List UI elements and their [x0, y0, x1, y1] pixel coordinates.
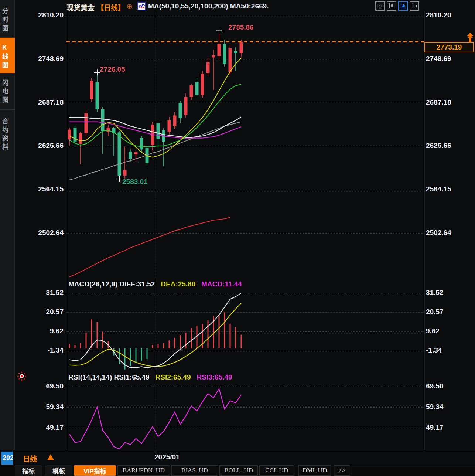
right-axis-tick-label: 49.17	[426, 424, 444, 432]
right-axis-tick-label: 2564.15	[426, 185, 451, 193]
left-axis-tick-label: 31.52	[21, 289, 64, 297]
sidebar-item-contract-info[interactable]: 合约资料	[0, 111, 15, 159]
tab-more[interactable]: >>	[334, 465, 350, 476]
right-axis-tick-label: 20.57	[426, 308, 444, 316]
tab-templates[interactable]: 模板	[45, 465, 72, 476]
high-price-label-2785: 2785.86	[228, 23, 254, 31]
left-axis-tick-label: 49.17	[21, 424, 64, 432]
left-axis-tick-label: 9.62	[21, 327, 64, 335]
high-price-label-2726: 2726.05	[100, 65, 125, 74]
axis-scale-icon	[388, 3, 395, 9]
axis-auto-button[interactable]	[398, 1, 408, 11]
tab-boll-ud[interactable]: BOLL_UD	[219, 465, 258, 476]
right-axis-tick-label: 2810.20	[426, 11, 451, 19]
right-axis-tick-label: 59.34	[426, 403, 444, 411]
date-axis-strip: 202 日线 2025/01	[0, 450, 475, 465]
rsi1-label: RSI(14,14,14) RSI1:65.49	[68, 373, 150, 381]
ma-legend: MA(50,10,55,20,100,200) MA50:2669.	[148, 2, 269, 10]
rsi2-label: RSI2:65.49	[156, 373, 191, 381]
left-axis-tick-label: 2625.66	[21, 142, 64, 150]
rsi3-label: RSI3:65.49	[197, 373, 232, 381]
tab-barupdn-ud[interactable]: BARUPDN_UD	[117, 465, 170, 476]
bar-shift-button[interactable]	[410, 1, 419, 11]
right-axis-tick-label: 2502.64	[426, 229, 451, 237]
plot-right-border	[424, 11, 425, 450]
macd-dea-label: DEA:25.80	[161, 280, 195, 288]
pan-crosshair-icon	[377, 3, 383, 9]
page-number-box[interactable]: 202	[1, 452, 13, 465]
macd-diff-label: MACD(26,12,9) DIFF:31.52	[68, 280, 155, 288]
left-axis-tick-label: 69.50	[21, 382, 64, 390]
macd-legend: MACD(26,12,9) DIFF:31.52 DEA:25.80 MACD:…	[68, 280, 242, 288]
left-axis-tick-label: -1.34	[21, 346, 64, 354]
date-tick-label: 2025/01	[154, 453, 180, 461]
tab-bias-ud[interactable]: BIAS_UD	[171, 465, 218, 476]
tab-dmi-ud[interactable]: DMI_UD	[298, 465, 331, 476]
left-axis-tick-label: 59.34	[21, 403, 64, 411]
right-axis-tick-label: 2748.69	[426, 55, 451, 63]
sidebar-item-lightning-chart[interactable]: 闪电图	[0, 76, 15, 108]
left-axis-tick-label: 2687.18	[21, 98, 64, 106]
period-up-triangle-icon[interactable]	[47, 454, 54, 460]
chart-toolbar	[375, 1, 419, 11]
left-axis-tick-label: 2564.15	[21, 185, 64, 193]
pan-crosshair-button[interactable]	[375, 1, 385, 11]
tab-cci-ud[interactable]: CCI_UD	[259, 465, 294, 476]
macd-value-label: MACD:11.44	[201, 280, 242, 288]
sidebar-item-kline-chart[interactable]: K线图	[0, 38, 15, 73]
axis-scale-button[interactable]	[387, 1, 396, 11]
circle-plus-icon[interactable]: ⊕	[126, 2, 133, 11]
rsi-panel[interactable]	[66, 372, 424, 450]
right-axis-tick-label: 2625.66	[426, 142, 451, 150]
rsi-legend: RSI(14,14,14) RSI1:65.49 RSI2:65.49 RSI3…	[68, 373, 232, 381]
right-axis-tick-label: -1.34	[426, 346, 442, 354]
period-selector[interactable]: 日线	[23, 453, 37, 463]
right-axis-tick-label: 9.62	[426, 327, 440, 335]
left-axis-tick-label: 2502.64	[21, 229, 64, 237]
trading-app: 分时图 K线图 闪电图 合约资料 现货黄金 【日线】 ⊕ MA(50,10,55…	[0, 0, 475, 476]
axis-auto-icon	[400, 3, 406, 9]
alert-starburst-icon	[17, 371, 27, 382]
right-axis-tick-label: 69.50	[426, 382, 444, 390]
bar-shift-icon	[411, 3, 418, 9]
tab-indicators[interactable]: 指标	[15, 465, 42, 476]
right-axis-tick-label: 2687.18	[426, 98, 451, 106]
left-axis-tick-label: 2810.20	[21, 11, 64, 19]
mini-zigzag-icon	[138, 3, 145, 10]
left-axis-tick-label: 20.57	[21, 308, 64, 316]
tab-vip-indicators[interactable]: VIP指标	[74, 465, 116, 476]
sidebar-divider	[0, 74, 15, 74]
period-tag[interactable]: 【日线】	[97, 2, 125, 12]
main-price-panel[interactable]	[66, 11, 424, 280]
left-sidebar: 分时图 K线图 闪电图 合约资料	[0, 0, 15, 476]
indicator-tabbar: 指标 模板 VIP指标 BARUPDN_UD BIAS_UD BOLL_UD C…	[0, 465, 475, 476]
left-axis-tick-label: 2748.69	[21, 55, 64, 63]
price-up-arrow-icon	[467, 33, 474, 44]
sidebar-item-time-chart[interactable]: 分时图	[0, 4, 15, 36]
sidebar-divider	[0, 109, 15, 110]
macd-panel[interactable]	[66, 280, 424, 372]
indicator-chart-icon[interactable]	[137, 2, 146, 10]
symbol-title: 现货黄金	[66, 2, 95, 12]
low-price-label-2583: 2583.01	[122, 178, 148, 186]
right-axis-tick-label: 31.52	[426, 289, 444, 297]
